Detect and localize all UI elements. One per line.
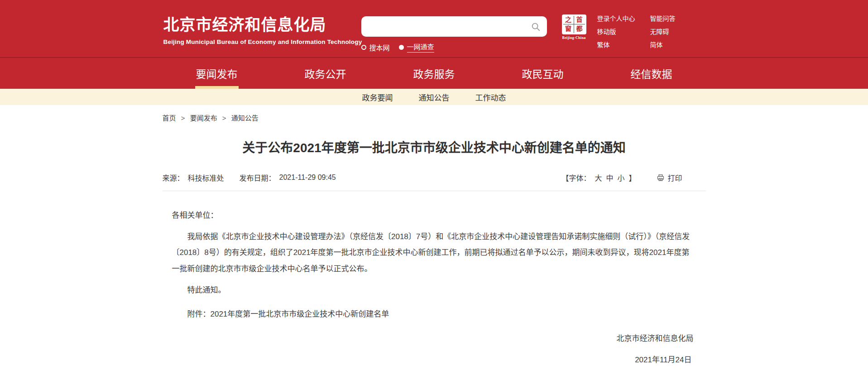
page-title: 关于公布2021年度第一批北京市市级企业技术中心新创建名单的通知	[163, 138, 706, 156]
badge-char: 首	[574, 16, 585, 24]
quick-links: 登录个人中心 移动版 繁体 智能问答 无障碍 简体	[597, 14, 676, 49]
print-label: 打印	[667, 172, 682, 183]
link-traditional-chinese[interactable]: 繁体	[597, 40, 635, 49]
breadcrumb-notices[interactable]: 通知公告	[231, 114, 259, 122]
capital-window-logo[interactable]: 之 首 窗 都 Beijing-China	[562, 14, 586, 40]
capital-window-grid-icon: 之 首 窗 都	[562, 14, 586, 34]
article-paragraph: 特此通知。	[172, 282, 694, 298]
site-header: 北京市经济和信息化局 Beijing Municipal Bureau of E…	[0, 0, 868, 57]
font-size-suffix: 】	[628, 172, 636, 183]
search-scope-group: 搜本网 一网通查	[361, 42, 547, 53]
breadcrumb: 首页 > 要闻发布 > 通知公告	[163, 113, 706, 122]
search-icon[interactable]	[531, 22, 541, 32]
source-value: 科技标准处	[188, 172, 224, 183]
badge-char: 窗	[563, 24, 574, 33]
site-title-en: Beijing Municipal Bureau of Economy and …	[163, 38, 362, 45]
nav-item-gov-services[interactable]: 政务服务	[380, 58, 489, 89]
nav-item-label: 政务服务	[413, 66, 455, 81]
site-logo[interactable]: 北京市经济和信息化局 Beijing Municipal Bureau of E…	[163, 12, 362, 45]
quick-links-col1: 登录个人中心 移动版 繁体	[597, 14, 635, 49]
article-meta-right: 【字体： 大 中 小 】 打印	[561, 172, 705, 183]
search-box[interactable]	[361, 16, 547, 37]
attachment-link[interactable]: 附件：2021年度第一批北京市市级企业技术中心新创建名单	[172, 306, 694, 322]
link-simplified-chinese[interactable]: 简体	[650, 40, 676, 49]
site-title: 北京市经济和信息化局	[163, 12, 362, 35]
search-scope-site[interactable]: 搜本网	[361, 43, 390, 52]
font-size-medium-button[interactable]: 中	[606, 172, 613, 183]
link-accessibility[interactable]: 无障碍	[650, 27, 676, 36]
nav-item-public-interaction[interactable]: 政民互动	[489, 58, 597, 89]
article-paragraph: 我局依据《北京市企业技术中心建设管理办法》（京经信发〔2018〕7号）和《北京市…	[172, 229, 694, 277]
link-login-center[interactable]: 登录个人中心	[597, 14, 635, 23]
nav-item-label: 政务公开	[305, 66, 346, 81]
nav-item-label: 要闻发布	[196, 66, 238, 81]
article-signature: 北京市经济和信息化局	[172, 331, 694, 347]
article-body: 各相关单位： 我局依据《北京市企业技术中心建设管理办法》（京经信发〔2018〕7…	[163, 207, 706, 368]
radio-ring-icon	[361, 45, 366, 50]
font-size-large-button[interactable]: 大	[595, 172, 602, 183]
breadcrumb-separator: >	[181, 114, 185, 122]
printer-icon	[657, 174, 665, 182]
search-input[interactable]	[368, 16, 531, 37]
nav-item-news-release[interactable]: 要闻发布	[163, 58, 271, 89]
breadcrumb-home[interactable]: 首页	[163, 114, 176, 122]
quick-links-col2: 智能问答 无障碍 简体	[650, 14, 676, 49]
radio-dot-icon	[399, 45, 404, 50]
search-scope-site-label: 搜本网	[369, 43, 390, 52]
print-button[interactable]: 打印	[657, 172, 682, 183]
badge-char: 都	[574, 24, 585, 33]
article-meta-row: 来源： 科技标准处 发布日期： 2021-11-29 09:45 【字体： 大 …	[163, 172, 706, 191]
article-sign-date: 2021年11月24日	[172, 352, 694, 368]
publish-date-value: 2021-11-29 09:45	[279, 173, 336, 182]
subnav-item-gov-news[interactable]: 政务要闻	[362, 91, 393, 103]
link-smart-qa[interactable]: 智能问答	[650, 14, 676, 23]
content-area: 首页 > 要闻发布 > 通知公告 关于公布2021年度第一批北京市市级企业技术中…	[163, 113, 706, 380]
sub-nav: 政务要闻 通知公告 工作动态	[0, 89, 868, 105]
publish-date-label: 发布日期：	[240, 172, 276, 183]
article-salutation: 各相关单位：	[172, 207, 694, 224]
nav-item-label: 经信数据	[631, 66, 672, 81]
font-size-small-button[interactable]: 小	[617, 172, 624, 183]
badge-char: 之	[563, 16, 574, 24]
badge-caption: Beijing-China	[562, 36, 586, 40]
breadcrumb-news-release[interactable]: 要闻发布	[190, 114, 217, 122]
search-area: 搜本网 一网通查	[361, 16, 547, 53]
search-scope-network-label: 一网通查	[407, 42, 434, 53]
subnav-item-work-updates[interactable]: 工作动态	[475, 91, 506, 103]
main-nav: 要闻发布 政务公开 政务服务 政民互动 经信数据	[0, 57, 868, 89]
nav-item-gov-disclosure[interactable]: 政务公开	[271, 58, 380, 89]
breadcrumb-separator: >	[222, 114, 226, 122]
search-scope-network[interactable]: 一网通查	[399, 42, 434, 53]
font-size-control: 【字体： 大 中 小 】	[561, 172, 636, 183]
link-mobile-version[interactable]: 移动版	[597, 27, 635, 36]
source-label: 来源：	[163, 172, 184, 183]
subnav-item-notices[interactable]: 通知公告	[419, 91, 450, 103]
article-meta-left: 来源： 科技标准处 发布日期： 2021-11-29 09:45	[163, 172, 336, 183]
nav-item-label: 政民互动	[522, 66, 564, 81]
nav-item-industry-data[interactable]: 经信数据	[597, 58, 706, 89]
font-size-prefix: 【字体：	[561, 172, 590, 183]
